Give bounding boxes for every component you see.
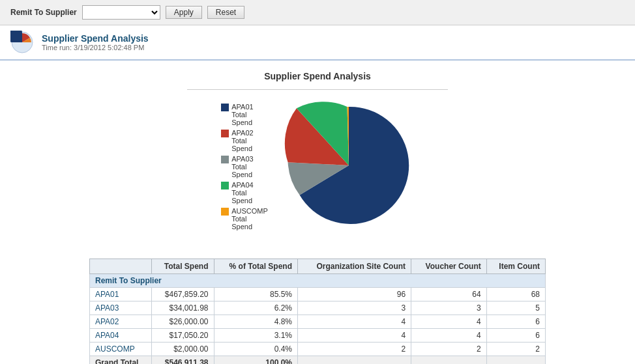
grand-total-cell-2: 100.0% — [214, 356, 298, 365]
table-header-row: Total Spend % of Total Spend Organizatio… — [90, 259, 546, 274]
col-header-name — [90, 259, 152, 274]
cell-col-3: 3 — [298, 301, 411, 315]
col-header-item: Item Count — [486, 259, 545, 274]
col-header-total-spend: Total Spend — [151, 259, 214, 274]
chart-legend: APA01TotalSpend APA02TotalSpend APA03Tot… — [221, 103, 268, 231]
grand-total-row: Grand Total$546,911.38100.0% — [90, 356, 546, 365]
cell-col-4: 64 — [411, 288, 487, 301]
cell-col-1: $34,001.98 — [151, 301, 214, 315]
chart-divider — [187, 89, 448, 90]
cell-col-2: 6.2% — [214, 301, 298, 315]
legend-color-apa01 — [221, 104, 229, 111]
cell-supplier-name: AUSCOMP — [90, 343, 152, 356]
cell-col-4: 3 — [411, 301, 487, 315]
cell-col-4: 2 — [411, 343, 487, 356]
report-header: Supplier Spend Analysis Time run: 3/19/2… — [0, 25, 635, 61]
cell-col-5: 6 — [486, 329, 545, 343]
legend-item-auscomp: AUSCOMPTotalSpend — [221, 207, 268, 231]
report-icon — [10, 31, 34, 54]
chart-container: APA01TotalSpend APA02TotalSpend APA03Tot… — [221, 100, 414, 232]
apply-button[interactable]: Apply — [166, 6, 202, 19]
chart-section: Supplier Spend Analysis APA01TotalSpend … — [0, 61, 635, 259]
table-row: AUSCOMP$2,000.000.4%222 — [90, 343, 546, 356]
cell-col-5: 5 — [486, 301, 545, 315]
grand-total-cell-4 — [411, 356, 487, 365]
cell-col-2: 3.1% — [214, 329, 298, 343]
legend-color-apa02 — [221, 130, 229, 137]
pie-chart — [284, 100, 414, 232]
table-section: Total Spend % of Total Spend Organizatio… — [0, 259, 635, 364]
cell-supplier-name: APA03 — [90, 301, 152, 315]
filter-bar: Remit To Supplier Apply Reset — [0, 0, 635, 25]
cell-col-2: 0.4% — [214, 343, 298, 356]
grand-total-cell-0: Grand Total — [90, 356, 152, 365]
group-header-row: Remit To Supplier — [90, 274, 546, 288]
report-subtitle: Time run: 3/19/2012 5:02:48 PM — [42, 44, 149, 51]
cell-col-1: $2,000.00 — [151, 343, 214, 356]
table-row: APA01$467,859.2085.5%966468 — [90, 288, 546, 301]
cell-col-3: 2 — [298, 343, 411, 356]
cell-supplier-name: APA01 — [90, 288, 152, 301]
cell-col-3: 96 — [298, 288, 411, 301]
cell-col-5: 68 — [486, 288, 545, 301]
grand-total-cell-5 — [486, 356, 545, 365]
col-header-pct: % of Total Spend — [214, 259, 298, 274]
legend-item-apa02: APA02TotalSpend — [221, 129, 268, 152]
cell-col-3: 4 — [298, 329, 411, 343]
cell-col-2: 4.8% — [214, 315, 298, 329]
legend-item-apa03: APA03TotalSpend — [221, 155, 268, 178]
grand-total-cell-1: $546,911.38 — [151, 356, 214, 365]
table-row: APA04$17,050.203.1%446 — [90, 329, 546, 343]
remit-supplier-label: Remit To Supplier — [10, 8, 77, 17]
legend-item-apa04: APA04TotalSpend — [221, 181, 268, 204]
header-text: Supplier Spend Analysis Time run: 3/19/2… — [42, 33, 149, 51]
data-table: Total Spend % of Total Spend Organizatio… — [89, 259, 546, 364]
legend-color-apa04 — [221, 182, 229, 189]
cell-col-5: 2 — [486, 343, 545, 356]
grand-total-cell-3 — [298, 356, 411, 365]
cell-col-1: $467,859.20 — [151, 288, 214, 301]
legend-item-apa01: APA01TotalSpend — [221, 103, 268, 126]
cell-col-4: 4 — [411, 315, 487, 329]
cell-col-2: 85.5% — [214, 288, 298, 301]
chart-title: Supplier Spend Analysis — [264, 71, 371, 81]
cell-supplier-name: APA04 — [90, 329, 152, 343]
cell-col-4: 4 — [411, 329, 487, 343]
col-header-voucher: Voucher Count — [411, 259, 487, 274]
cell-col-3: 4 — [298, 315, 411, 329]
reset-button[interactable]: Reset — [207, 6, 244, 19]
col-header-org-site: Organization Site Count — [298, 259, 411, 274]
remit-supplier-select[interactable] — [82, 5, 160, 20]
legend-color-apa03 — [221, 156, 229, 163]
report-title: Supplier Spend Analysis — [42, 33, 149, 44]
group-header-cell: Remit To Supplier — [90, 274, 546, 288]
cell-col-1: $17,050.20 — [151, 329, 214, 343]
table-row: APA03$34,001.986.2%335 — [90, 301, 546, 315]
table-row: APA02$26,000.004.8%446 — [90, 315, 546, 329]
cell-supplier-name: APA02 — [90, 315, 152, 329]
cell-col-5: 6 — [486, 315, 545, 329]
cell-col-1: $26,000.00 — [151, 315, 214, 329]
legend-color-auscomp — [221, 208, 229, 216]
